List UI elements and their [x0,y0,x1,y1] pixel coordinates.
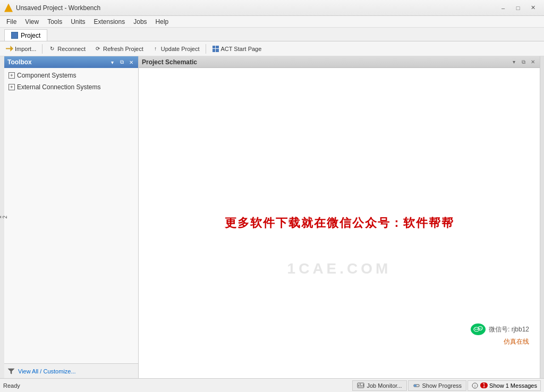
toolbar-separator-2 [206,44,206,54]
toolbox-header-controls: ▾ ⧉ ✕ [108,58,135,66]
menu-bar: File View Tools Units Extensions Jobs He… [0,16,544,28]
close-button[interactable]: ✕ [526,3,540,13]
svg-rect-12 [414,385,416,387]
reconnect-label: Reconnect [57,46,86,52]
app-icon [4,4,13,12]
wechat-badge: 微信号: rjbb12 [471,323,529,335]
external-expand-icon: + [8,84,15,90]
svg-point-4 [479,328,480,329]
svg-point-2 [475,329,476,330]
update-project-icon: ↑ [152,45,159,53]
toolbox-section-component: + Component Systems [5,70,137,81]
refresh-project-icon: ⟳ [94,45,101,53]
main-content: 1 2 Toolbox ▾ ⧉ ✕ + Component Systems + [0,56,544,378]
watermark-text: 更多软件下载就在微信公众号：软件帮帮 [225,215,454,231]
wechat-label: 微信号: rjbb12 [489,325,529,334]
watermark-1cae: 1CAE.COM [287,260,392,277]
toolbar: Import... ↻ Reconnect ⟳ Refresh Project … [0,41,544,56]
svg-point-5 [480,328,481,329]
reconnect-button[interactable]: ↻ Reconnect [45,43,89,55]
messages-button[interactable]: i 1 Show 1 Messages [468,380,541,391]
schematic-float-button[interactable]: ⧉ [520,58,527,66]
schematic-close-button[interactable]: ✕ [529,58,537,66]
filter-icon [7,368,15,375]
menu-tools[interactable]: Tools [43,16,66,27]
right-strip [540,56,544,378]
import-icon [6,46,13,52]
schematic-body: 更多软件下载就在微信公众号：软件帮帮 1CAE.COM 微信 [139,68,540,378]
schematic-header: Project Schematic ▾ ⧉ ✕ [139,56,540,68]
title-text: Unsaved Project - Workbench [16,4,100,12]
component-section-label: Component Systems [17,72,76,79]
refresh-project-label: Refresh Project [103,46,143,52]
component-expand-icon: + [8,72,15,79]
menu-units[interactable]: Units [66,16,89,27]
wechat-info: 微信号: rjbb12 仿真在线 [471,323,529,346]
messages-count: 1 [480,382,488,388]
title-bar: Unsaved Project - Workbench – □ ✕ [0,0,544,16]
act-start-page-icon [212,45,219,53]
job-monitor-button[interactable]: Job Monitor... [352,380,406,391]
schematic-pin-button[interactable]: ▾ [510,58,517,66]
show-progress-label: Show Progress [422,382,462,389]
maximize-button[interactable]: □ [511,3,525,13]
act-start-page-button[interactable]: ACT Start Page [208,43,266,55]
menu-extensions[interactable]: Extensions [90,16,130,27]
job-monitor-icon [357,382,364,389]
schematic-header-controls: ▾ ⧉ ✕ [510,58,537,66]
toolbox-close-button[interactable]: ✕ [128,58,135,66]
import-button[interactable]: Import... [2,43,40,55]
import-label: Import... [15,46,36,52]
toolbox-pin-button[interactable]: ▾ [108,58,116,66]
status-left: Ready [3,382,20,389]
online-badge: 仿真在线 [504,337,529,346]
refresh-project-button[interactable]: ⟳ Refresh Project [90,43,147,55]
title-bar-left: Unsaved Project - Workbench [4,4,100,12]
toolbox-footer: View All / Customize... [4,363,138,378]
toolbox-section-external-header[interactable]: + External Connection Systems [5,82,137,92]
window-controls: – □ ✕ [496,3,540,13]
project-tab-icon [11,32,18,39]
status-bar: Ready Job Monitor... Show [0,378,544,392]
toolbox-float-button[interactable]: ⧉ [118,58,125,66]
svg-text:i: i [474,384,475,388]
tab-bar: Project [0,28,544,41]
left-strip-label-2: 2 [2,216,8,219]
reconnect-icon: ↻ [48,45,56,53]
view-all-link[interactable]: View All / Customize... [18,368,76,374]
menu-jobs[interactable]: Jobs [129,16,151,27]
external-section-label: External Connection Systems [17,83,100,91]
messages-label: Show 1 Messages [489,382,537,389]
toolbox-section-component-header[interactable]: + Component Systems [5,70,137,81]
schematic-panel: Project Schematic ▾ ⧉ ✕ 更多软件下载就在微信公众号：软件… [139,56,540,378]
menu-file[interactable]: File [2,16,21,27]
ready-status: Ready [3,382,20,389]
toolbar-separator-1 [42,44,42,54]
update-project-label: Update Project [161,46,200,52]
wechat-icon [471,323,486,335]
act-start-page-label: ACT Start Page [221,46,262,52]
project-tab[interactable]: Project [4,29,47,41]
svg-point-3 [477,329,478,330]
toolbox-section-external: + External Connection Systems [5,82,137,92]
minimize-button[interactable]: – [496,3,510,13]
job-monitor-label: Job Monitor... [367,382,402,389]
menu-help[interactable]: Help [151,16,173,27]
messages-icon: i [471,382,479,389]
schematic-title: Project Schematic [142,58,197,66]
toolbox-header: Toolbox ▾ ⧉ ✕ [4,56,138,68]
project-tab-label: Project [21,32,40,39]
toolbox-panel: Toolbox ▾ ⧉ ✕ + Component Systems + Exte… [4,56,139,378]
show-progress-icon [413,382,420,389]
left-resize-strip: 1 2 [0,56,4,378]
update-project-button[interactable]: ↑ Update Project [148,43,203,55]
toolbox-title: Toolbox [7,58,32,66]
toolbox-content: + Component Systems + External Connectio… [4,68,138,363]
status-right: Job Monitor... Show Progress i 1 Show 1 … [352,380,541,391]
show-progress-button[interactable]: Show Progress [408,380,467,391]
menu-view[interactable]: View [21,16,43,27]
